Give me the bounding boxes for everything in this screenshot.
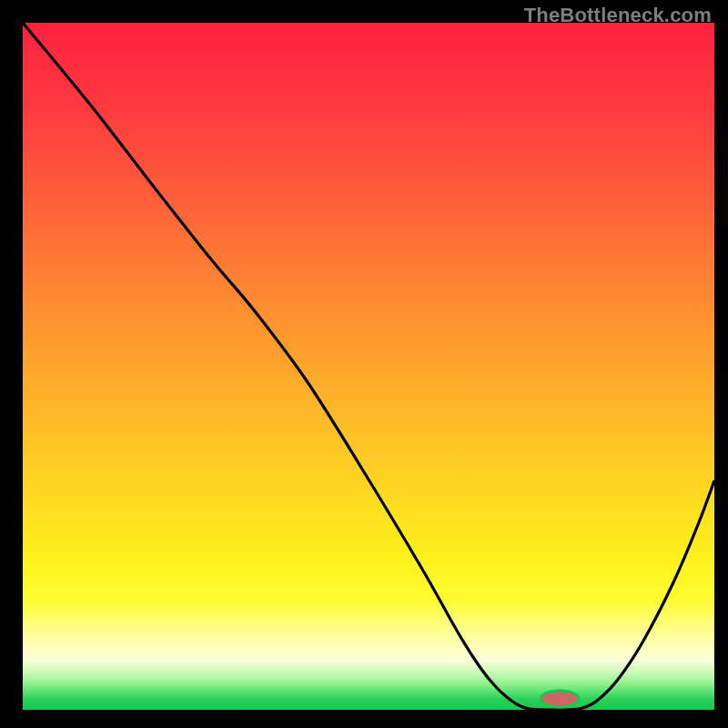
optimum-marker	[541, 691, 579, 707]
bottom-border	[0, 710, 728, 728]
watermark-text: TheBottleneck.com	[524, 4, 712, 27]
chart-container: TheBottleneck.com	[0, 0, 728, 728]
plot-background	[23, 23, 714, 710]
right-border	[714, 0, 728, 728]
bottleneck-chart	[0, 0, 728, 728]
left-border	[0, 0, 23, 728]
